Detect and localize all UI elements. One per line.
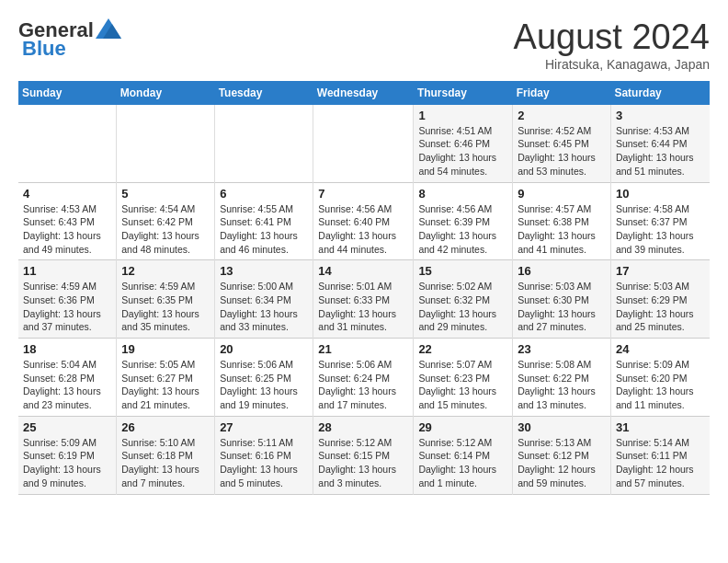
day-info: Sunrise: 5:11 AM Sunset: 6:16 PM Dayligh… <box>220 436 308 490</box>
calendar-cell: 26Sunrise: 5:10 AM Sunset: 6:18 PM Dayli… <box>117 416 215 494</box>
day-info: Sunrise: 5:14 AM Sunset: 6:11 PM Dayligh… <box>616 436 705 490</box>
week-row-5: 25Sunrise: 5:09 AM Sunset: 6:19 PM Dayli… <box>18 416 710 494</box>
day-info: Sunrise: 5:00 AM Sunset: 6:34 PM Dayligh… <box>220 280 308 334</box>
day-number: 22 <box>418 342 507 356</box>
column-header-thursday: Thursday <box>414 81 513 105</box>
day-info: Sunrise: 5:08 AM Sunset: 6:22 PM Dayligh… <box>518 358 606 412</box>
day-number: 3 <box>616 109 705 122</box>
calendar-cell: 7Sunrise: 4:56 AM Sunset: 6:40 PM Daylig… <box>313 182 414 260</box>
calendar-cell: 16Sunrise: 5:03 AM Sunset: 6:30 PM Dayli… <box>513 260 611 339</box>
day-info: Sunrise: 5:10 AM Sunset: 6:18 PM Dayligh… <box>121 436 210 490</box>
page-header: General Blue August 2024 Hiratsuka, Kana… <box>18 18 710 72</box>
calendar-cell: 29Sunrise: 5:12 AM Sunset: 6:14 PM Dayli… <box>414 416 513 494</box>
calendar-cell: 6Sunrise: 4:55 AM Sunset: 6:41 PM Daylig… <box>215 182 313 260</box>
column-header-tuesday: Tuesday <box>215 81 313 105</box>
day-number: 14 <box>318 264 408 278</box>
week-row-3: 11Sunrise: 4:59 AM Sunset: 6:36 PM Dayli… <box>18 260 710 339</box>
calendar-cell: 19Sunrise: 5:05 AM Sunset: 6:27 PM Dayli… <box>117 339 215 417</box>
calendar-cell: 8Sunrise: 4:56 AM Sunset: 6:39 PM Daylig… <box>414 182 513 260</box>
week-row-4: 18Sunrise: 5:04 AM Sunset: 6:28 PM Dayli… <box>18 339 710 417</box>
day-number: 6 <box>220 187 308 201</box>
day-info: Sunrise: 5:07 AM Sunset: 6:23 PM Dayligh… <box>418 358 507 412</box>
day-info: Sunrise: 5:03 AM Sunset: 6:29 PM Dayligh… <box>616 280 705 334</box>
day-info: Sunrise: 4:53 AM Sunset: 6:43 PM Dayligh… <box>23 202 111 257</box>
day-info: Sunrise: 5:06 AM Sunset: 6:24 PM Dayligh… <box>318 358 408 412</box>
calendar-cell: 15Sunrise: 5:02 AM Sunset: 6:32 PM Dayli… <box>414 260 513 339</box>
logo: General Blue <box>18 18 121 61</box>
calendar-cell: 24Sunrise: 5:09 AM Sunset: 6:20 PM Dayli… <box>610 339 710 417</box>
calendar-cell: 31Sunrise: 5:14 AM Sunset: 6:11 PM Dayli… <box>610 416 710 494</box>
calendar-cell: 2Sunrise: 4:52 AM Sunset: 6:45 PM Daylig… <box>513 105 611 182</box>
logo-icon <box>96 18 121 39</box>
day-info: Sunrise: 4:57 AM Sunset: 6:38 PM Dayligh… <box>518 202 606 257</box>
calendar-cell: 30Sunrise: 5:13 AM Sunset: 6:12 PM Dayli… <box>513 416 611 494</box>
column-header-monday: Monday <box>117 81 215 105</box>
day-info: Sunrise: 4:53 AM Sunset: 6:44 PM Dayligh… <box>616 124 705 178</box>
calendar-cell: 1Sunrise: 4:51 AM Sunset: 6:46 PM Daylig… <box>414 105 513 182</box>
day-info: Sunrise: 4:52 AM Sunset: 6:45 PM Dayligh… <box>518 124 606 178</box>
day-info: Sunrise: 5:09 AM Sunset: 6:20 PM Dayligh… <box>616 358 705 412</box>
day-info: Sunrise: 5:02 AM Sunset: 6:32 PM Dayligh… <box>418 280 507 334</box>
calendar-cell <box>117 105 215 182</box>
calendar-cell: 23Sunrise: 5:08 AM Sunset: 6:22 PM Dayli… <box>513 339 611 417</box>
day-number: 17 <box>616 264 705 278</box>
day-number: 9 <box>518 187 606 201</box>
column-header-wednesday: Wednesday <box>313 81 414 105</box>
calendar-cell <box>215 105 313 182</box>
day-number: 28 <box>318 420 408 434</box>
calendar-cell: 22Sunrise: 5:07 AM Sunset: 6:23 PM Dayli… <box>414 339 513 417</box>
day-info: Sunrise: 5:12 AM Sunset: 6:14 PM Dayligh… <box>418 436 507 490</box>
day-number: 15 <box>418 264 507 278</box>
day-number: 2 <box>518 109 606 122</box>
logo-blue-text: Blue <box>22 37 66 61</box>
week-row-2: 4Sunrise: 4:53 AM Sunset: 6:43 PM Daylig… <box>18 182 710 260</box>
calendar-cell: 9Sunrise: 4:57 AM Sunset: 6:38 PM Daylig… <box>513 182 611 260</box>
day-number: 12 <box>121 264 210 278</box>
day-number: 8 <box>418 187 507 201</box>
day-number: 31 <box>616 420 705 434</box>
day-number: 25 <box>23 420 111 434</box>
month-title: August 2024 <box>514 18 710 57</box>
calendar-cell: 20Sunrise: 5:06 AM Sunset: 6:25 PM Dayli… <box>215 339 313 417</box>
day-info: Sunrise: 4:54 AM Sunset: 6:42 PM Dayligh… <box>121 202 210 257</box>
calendar-cell: 11Sunrise: 4:59 AM Sunset: 6:36 PM Dayli… <box>18 260 117 339</box>
day-info: Sunrise: 5:01 AM Sunset: 6:33 PM Dayligh… <box>318 280 408 334</box>
column-header-saturday: Saturday <box>610 81 710 105</box>
day-number: 29 <box>418 420 507 434</box>
location-text: Hiratsuka, Kanagawa, Japan <box>514 57 710 72</box>
day-info: Sunrise: 4:55 AM Sunset: 6:41 PM Dayligh… <box>220 202 308 257</box>
calendar-cell: 18Sunrise: 5:04 AM Sunset: 6:28 PM Dayli… <box>18 339 117 417</box>
day-number: 23 <box>518 342 606 356</box>
calendar-cell: 5Sunrise: 4:54 AM Sunset: 6:42 PM Daylig… <box>117 182 215 260</box>
header-row: SundayMondayTuesdayWednesdayThursdayFrid… <box>18 81 710 105</box>
day-number: 24 <box>616 342 705 356</box>
day-number: 10 <box>616 187 705 201</box>
calendar-cell: 17Sunrise: 5:03 AM Sunset: 6:29 PM Dayli… <box>610 260 710 339</box>
day-info: Sunrise: 4:51 AM Sunset: 6:46 PM Dayligh… <box>418 124 507 178</box>
day-number: 7 <box>318 187 408 201</box>
calendar-cell: 3Sunrise: 4:53 AM Sunset: 6:44 PM Daylig… <box>610 105 710 182</box>
day-number: 20 <box>220 342 308 356</box>
day-number: 26 <box>121 420 210 434</box>
day-info: Sunrise: 4:56 AM Sunset: 6:40 PM Dayligh… <box>318 202 408 257</box>
calendar-cell: 4Sunrise: 4:53 AM Sunset: 6:43 PM Daylig… <box>18 182 117 260</box>
calendar-table: SundayMondayTuesdayWednesdayThursdayFrid… <box>18 81 710 495</box>
calendar-cell: 13Sunrise: 5:00 AM Sunset: 6:34 PM Dayli… <box>215 260 313 339</box>
day-number: 19 <box>121 342 210 356</box>
day-info: Sunrise: 4:59 AM Sunset: 6:35 PM Dayligh… <box>121 280 210 334</box>
day-info: Sunrise: 4:56 AM Sunset: 6:39 PM Dayligh… <box>418 202 507 257</box>
day-info: Sunrise: 5:05 AM Sunset: 6:27 PM Dayligh… <box>121 358 210 412</box>
day-info: Sunrise: 4:59 AM Sunset: 6:36 PM Dayligh… <box>23 280 111 334</box>
day-number: 13 <box>220 264 308 278</box>
calendar-cell: 27Sunrise: 5:11 AM Sunset: 6:16 PM Dayli… <box>215 416 313 494</box>
day-info: Sunrise: 5:12 AM Sunset: 6:15 PM Dayligh… <box>318 436 408 490</box>
day-number: 11 <box>23 264 111 278</box>
title-block: August 2024 Hiratsuka, Kanagawa, Japan <box>514 18 710 72</box>
calendar-cell <box>18 105 117 182</box>
calendar-cell: 28Sunrise: 5:12 AM Sunset: 6:15 PM Dayli… <box>313 416 414 494</box>
day-info: Sunrise: 5:06 AM Sunset: 6:25 PM Dayligh… <box>220 358 308 412</box>
day-number: 5 <box>121 187 210 201</box>
day-info: Sunrise: 5:04 AM Sunset: 6:28 PM Dayligh… <box>23 358 111 412</box>
day-number: 30 <box>518 420 606 434</box>
calendar-cell: 14Sunrise: 5:01 AM Sunset: 6:33 PM Dayli… <box>313 260 414 339</box>
